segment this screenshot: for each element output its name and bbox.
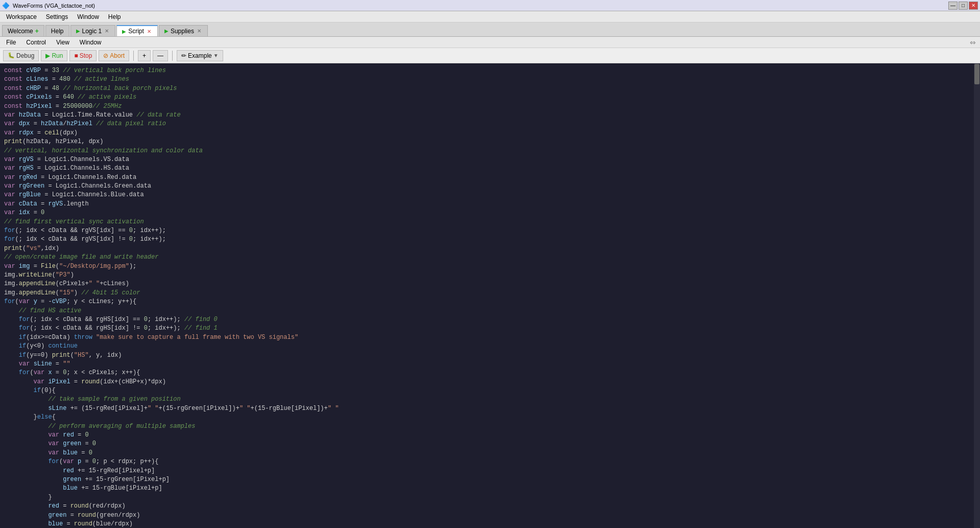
- resize-icon: ⇔: [970, 38, 978, 47]
- logic1-tab-close[interactable]: ✕: [104, 28, 110, 34]
- tab-script[interactable]: ▶ Script ✕: [116, 25, 158, 36]
- title-bar-left: 🔷 WaveForms (VGA_tictactoe_not): [2, 2, 95, 9]
- tab-supplies[interactable]: ▶ Supplies ✕: [159, 25, 208, 36]
- add-button[interactable]: +: [138, 50, 151, 61]
- stop-icon: ■: [74, 52, 78, 59]
- script-tab-label: Script: [128, 28, 144, 35]
- toolbar-separator-1: [133, 51, 134, 61]
- remove-button[interactable]: —: [153, 50, 168, 61]
- supplies-tab-label: Supplies: [171, 28, 194, 35]
- toolbar: 🐛 Debug ▶ Run ■ Stop ⊘ Abort + — ✏ Examp…: [0, 48, 980, 63]
- code-scrollbar-thumb[interactable]: [974, 64, 979, 84]
- abort-button[interactable]: ⊘ Abort: [99, 50, 129, 61]
- supplies-tab-close[interactable]: ✕: [196, 28, 202, 34]
- minimize-button[interactable]: —: [948, 2, 958, 10]
- logic1-tab-label: Logic 1: [82, 28, 102, 35]
- tab-welcome[interactable]: Welcome +: [2, 25, 44, 36]
- menu-window[interactable]: Window: [73, 12, 103, 21]
- menu-help[interactable]: Help: [104, 12, 125, 21]
- run-icon: ▶: [45, 52, 50, 59]
- menu-workspace[interactable]: Workspace: [2, 12, 41, 21]
- welcome-tab-label: Welcome: [8, 28, 33, 35]
- sec-menu-control[interactable]: Control: [22, 38, 50, 47]
- code-content: const cVBP = 33 // vertical back porch l…: [4, 66, 976, 528]
- title-bar: 🔷 WaveForms (VGA_tictactoe_not) — □ ✕: [0, 0, 980, 11]
- code-editor[interactable]: const cVBP = 33 // vertical back porch l…: [0, 63, 980, 528]
- close-button[interactable]: ✕: [969, 2, 978, 10]
- debug-button[interactable]: 🐛 Debug: [3, 50, 39, 61]
- sec-menu-view[interactable]: View: [52, 38, 74, 47]
- maximize-button[interactable]: □: [959, 2, 968, 10]
- stop-button[interactable]: ■ Stop: [69, 50, 97, 61]
- run-button[interactable]: ▶ Run: [41, 50, 67, 61]
- app-icon: 🔷: [2, 2, 10, 9]
- abort-icon: ⊘: [103, 52, 108, 59]
- tab-bar: Welcome + Help ▶ Logic 1 ✕ ▶ Script ✕ ▶ …: [0, 22, 980, 37]
- edit-icon: ✏: [181, 52, 186, 59]
- logic1-tab-play-icon: ▶: [76, 28, 80, 34]
- window-title: WaveForms (VGA_tictactoe_not): [13, 3, 95, 9]
- example-dropdown-arrow: ▼: [213, 53, 219, 58]
- welcome-tab-add[interactable]: +: [35, 28, 39, 35]
- secondary-menu: File Control View Window ⇔: [0, 37, 980, 48]
- code-scrollbar[interactable]: [974, 63, 980, 528]
- supplies-tab-play-icon: ▶: [164, 28, 169, 34]
- script-tab-play-icon: ▶: [122, 29, 126, 34]
- sec-menu-file[interactable]: File: [2, 38, 20, 47]
- sec-menu-window[interactable]: Window: [76, 38, 106, 47]
- example-button[interactable]: ✏ Example ▼: [177, 50, 223, 61]
- toolbar-separator-2: [172, 51, 173, 61]
- help-tab-label: Help: [51, 28, 64, 35]
- menu-settings[interactable]: Settings: [42, 12, 72, 21]
- tab-help[interactable]: Help: [45, 25, 69, 36]
- debug-icon: 🐛: [8, 52, 15, 59]
- script-tab-close[interactable]: ✕: [146, 28, 152, 34]
- tab-logic1[interactable]: ▶ Logic 1 ✕: [70, 25, 116, 36]
- title-bar-controls[interactable]: — □ ✕: [948, 2, 978, 10]
- menu-bar: Workspace Settings Window Help: [0, 11, 980, 22]
